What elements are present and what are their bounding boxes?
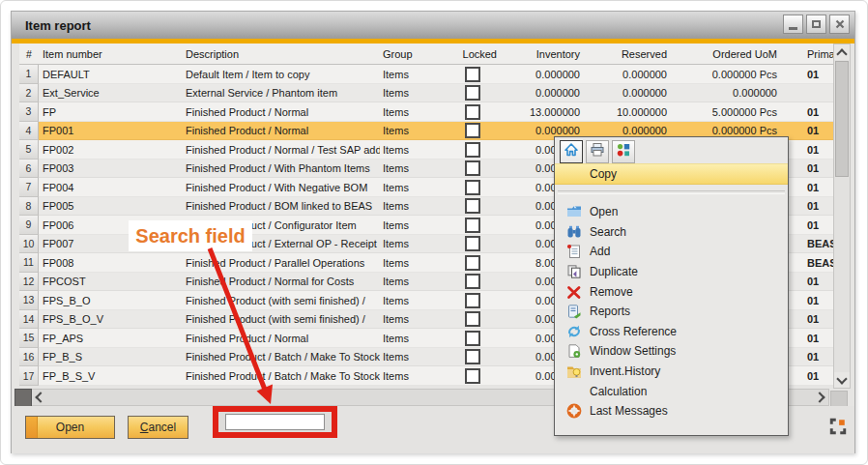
locked-checkbox[interactable]: [465, 104, 480, 120]
locked-cell: [448, 235, 497, 254]
window-titlebar[interactable]: Item report: [12, 12, 854, 39]
description-cell: Finished Product / BOM linked to BEAS: [186, 197, 380, 217]
chevron-down-icon: [836, 373, 847, 384]
description-cell: Finished Product / Parallel Operations: [186, 253, 380, 273]
primary-cell: 01: [804, 366, 835, 386]
menu-item-invent-history[interactable]: Invent.History: [555, 362, 788, 382]
column-header-description[interactable]: Description: [186, 44, 380, 64]
item-number-cell: FP003: [41, 160, 184, 179]
print-toolbar-button[interactable]: [586, 140, 609, 163]
home-toolbar-button[interactable]: [560, 140, 583, 163]
group-cell: Items: [383, 122, 447, 141]
cancel-button[interactable]: Cancel: [128, 416, 188, 439]
add-note-icon: [565, 244, 582, 259]
locked-cell: [448, 291, 497, 310]
column-freeze-handle[interactable]: [14, 389, 32, 408]
related-windows-toolbar-button[interactable]: [612, 140, 635, 163]
description-cell: Finished Product / Normal: [186, 329, 380, 348]
menu-separator: [558, 190, 785, 194]
locked-checkbox[interactable]: [465, 123, 480, 138]
locked-checkbox[interactable]: [465, 311, 480, 327]
description-cell: Finished Product (with semi finished) /: [186, 310, 380, 330]
vertical-scrollbar-thumb[interactable]: [835, 61, 849, 177]
menu-item-duplicate[interactable]: Duplicate: [555, 262, 788, 282]
description-cell: Finished Product (with semi finished) /: [186, 291, 380, 310]
minimize-icon: [789, 27, 797, 30]
screenshot-frame: Item report # Item number Description Gr…: [0, 0, 868, 465]
inventory-cell: 0.000000: [497, 65, 582, 84]
minimize-button[interactable]: [783, 15, 803, 34]
reserved-cell: 0.000000: [584, 84, 669, 103]
table-row[interactable]: 2Ext_ServiceExternal Service / Phantom i…: [19, 84, 835, 103]
locked-checkbox[interactable]: [465, 349, 480, 364]
locked-cell: [448, 329, 497, 348]
locked-checkbox[interactable]: [465, 198, 480, 214]
column-header-group[interactable]: Group: [383, 44, 447, 64]
item-number-cell: FP_APS: [41, 329, 184, 348]
item-number-cell: FPS_B_O: [41, 291, 184, 310]
locked-checkbox[interactable]: [465, 368, 480, 384]
locked-checkbox[interactable]: [465, 293, 480, 308]
locked-checkbox[interactable]: [465, 67, 480, 82]
related-windows-icon: [616, 142, 631, 161]
locked-checkbox[interactable]: [465, 85, 480, 101]
annotation-highlight-box: [213, 406, 337, 438]
scroll-down-button[interactable]: [834, 372, 850, 388]
group-cell: Items: [383, 102, 447, 122]
maximize-button[interactable]: [806, 15, 826, 34]
expand-icon[interactable]: [829, 418, 847, 435]
description-cell: Finished Product / With Negative BOM: [186, 178, 380, 197]
menu-item-copy[interactable]: Copy: [555, 163, 788, 185]
column-header-locked[interactable]: Locked: [448, 44, 497, 64]
description-cell: Finished Product / Normal for Costs: [186, 273, 380, 292]
column-header-item-number[interactable]: Item number: [41, 44, 184, 64]
home-icon: [564, 142, 579, 161]
menu-item-add[interactable]: Add: [555, 242, 788, 262]
table-row[interactable]: 3FPFinished Product / NormalItems13.0000…: [19, 102, 835, 122]
scroll-up-button[interactable]: [834, 44, 850, 60]
primary-cell: BEAS_: [804, 253, 835, 273]
chevron-right-icon: [814, 392, 825, 402]
item-number-cell: FP001: [41, 122, 184, 141]
menu-item-remove[interactable]: Remove: [555, 281, 788, 302]
column-header-inventory[interactable]: Inventory: [497, 44, 582, 64]
description-cell: Finished Product / Normal: [186, 102, 380, 122]
remove-x-icon: [565, 284, 582, 300]
open-button[interactable]: Open: [25, 416, 115, 439]
locked-checkbox[interactable]: [465, 331, 480, 346]
column-header-primary[interactable]: Primar: [804, 44, 835, 64]
ordered-cell: 0.000000: [671, 84, 779, 103]
description-cell: External Service / Phantom item: [186, 84, 380, 103]
cross-reference-icon: [565, 324, 582, 339]
default-button-strip: [26, 417, 38, 438]
column-header-ordered-uom[interactable]: Ordered UoM: [671, 44, 779, 64]
primary-cell: 01: [804, 178, 835, 197]
locked-checkbox[interactable]: [465, 142, 480, 158]
locked-checkbox[interactable]: [465, 255, 480, 271]
maximize-icon: [812, 20, 821, 28]
menu-item-reports[interactable]: Reports: [555, 302, 788, 322]
locked-cell: [448, 65, 497, 84]
locked-checkbox[interactable]: [465, 236, 480, 251]
locked-checkbox[interactable]: [465, 274, 480, 289]
menu-item-last-messages[interactable]: Last Messages: [555, 401, 788, 421]
column-header-reserved[interactable]: Reserved: [584, 44, 669, 64]
table-row[interactable]: 1DEFAULTDefault Item / Item to copyItems…: [19, 65, 835, 84]
locked-checkbox[interactable]: [465, 218, 480, 233]
scroll-right-button[interactable]: [813, 390, 827, 405]
menu-item-cross-reference[interactable]: Cross Reference: [555, 322, 788, 342]
locked-cell: [448, 273, 497, 292]
group-cell: Items: [383, 310, 447, 330]
scroll-left-button[interactable]: [32, 390, 46, 405]
menu-item-open[interactable]: Open: [555, 202, 788, 222]
inventory-cell: 0.000000: [497, 84, 582, 103]
locked-checkbox[interactable]: [465, 180, 480, 195]
locked-checkbox[interactable]: [465, 160, 480, 176]
menu-item-window-settings[interactable]: Window Settings: [555, 341, 788, 362]
menu-item-search[interactable]: Search: [555, 222, 788, 243]
close-button[interactable]: [829, 15, 850, 34]
menu-item-calculation[interactable]: Calculation: [555, 381, 788, 401]
inventory-cell: 13.000000: [497, 102, 582, 122]
column-header-index[interactable]: #: [19, 44, 39, 64]
search-input[interactable]: [225, 414, 325, 430]
